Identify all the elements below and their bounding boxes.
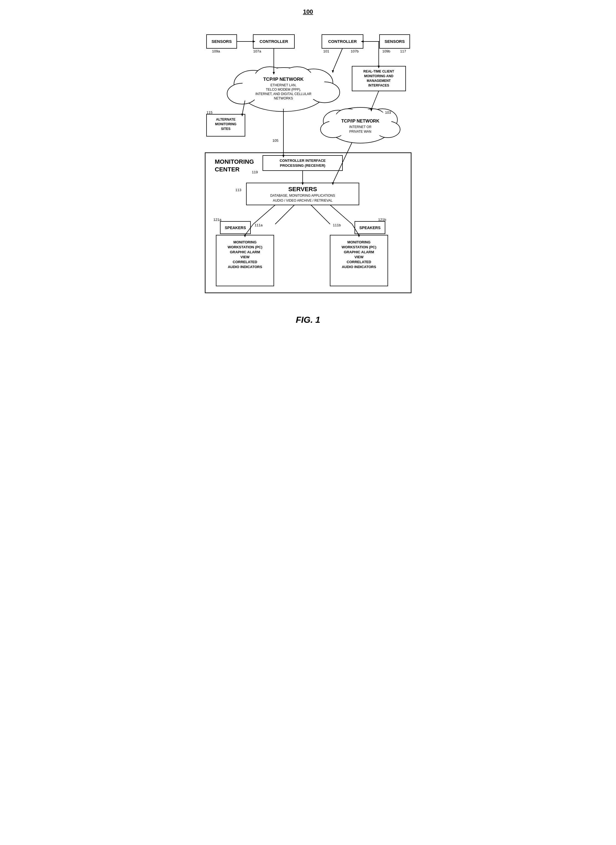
ref-119: 119 xyxy=(252,170,258,174)
diagram-title: 100 xyxy=(303,8,313,15)
controller-interface-line2: PROCESSING (RECEIVER) xyxy=(280,163,325,167)
svg-line-43 xyxy=(371,91,379,109)
ref-107b: 107b xyxy=(351,49,359,53)
workstation-a-line3: GRAPHIC ALARM xyxy=(230,250,260,254)
tcpip-main-sub2: TELCO MODEM (PPP), xyxy=(265,88,301,91)
controller-a-label: CONTROLLER xyxy=(259,39,288,44)
tcpip-main-sub4: NETWORKS xyxy=(274,97,293,100)
servers-sub1: DATABASE, MONITORING APPLICATIONS xyxy=(270,194,335,198)
tcpip-main-sub3: INTERNET, AND DIGITAL CELLULAR xyxy=(255,92,311,96)
main-diagram: SENSORS 109a CONTROLLER 107a CONTROLLER … xyxy=(198,23,418,304)
svg-line-22 xyxy=(333,48,342,71)
workstation-b-line1: MONITORING xyxy=(347,240,370,244)
monitoring-center-title1: MONITORING xyxy=(215,158,254,165)
svg-rect-46 xyxy=(263,156,342,170)
alternate-monitoring-line2: MONITORING xyxy=(215,122,236,126)
tcpip-internet-sub1: INTERNET OR xyxy=(349,125,371,129)
ref-113: 113 xyxy=(235,188,241,192)
ref-107a: 107a xyxy=(253,49,261,53)
sensors-a-label: SENSORS xyxy=(211,39,232,44)
real-time-client-line4: INTERFACES xyxy=(368,84,389,87)
alternate-monitoring-line1: ALTERNATE xyxy=(216,117,235,122)
sensors-b-label: SENSORS xyxy=(384,39,405,44)
workstation-b-line4: VIEW xyxy=(354,255,364,259)
ref-117: 117 xyxy=(400,49,406,53)
workstation-a-line2: WORKSTATION (PC) xyxy=(227,245,262,249)
speakers-a-label: SPEAKERS xyxy=(224,226,246,230)
workstation-a-line5: CORRELATED xyxy=(233,260,257,264)
tcpip-main-title: TCP/IP NETWORK xyxy=(263,77,304,82)
ref-111a: 111a xyxy=(255,223,263,227)
monitoring-center-title2: CENTER xyxy=(215,166,240,173)
ref-109a: 109a xyxy=(212,49,220,53)
workstation-b-line5: CORRELATED xyxy=(346,260,371,264)
ref-105: 105 xyxy=(273,138,279,142)
ref-121a: 121a xyxy=(213,217,221,222)
workstation-b-line6: AUDIO INDICATORS xyxy=(342,265,376,269)
workstation-a-line4: VIEW xyxy=(240,255,249,259)
diagram-wrapper: 100 SENSORS 109a CONTROLLER 107a CONTROL… xyxy=(198,8,418,325)
ref-111b: 111b xyxy=(333,223,341,227)
svg-marker-23 xyxy=(332,70,334,73)
alternate-monitoring-line3: SITES xyxy=(221,127,230,131)
ref-101: 101 xyxy=(323,49,329,53)
controller-interface-line1: CONTROLLER INTERFACE xyxy=(280,158,326,163)
fig-label: FIG. 1 xyxy=(296,315,320,325)
real-time-client-line3: MANAGEMENT xyxy=(367,79,391,83)
ref-103: 103 xyxy=(385,110,391,114)
real-time-client-line2: MONITORING AND xyxy=(364,74,393,78)
workstation-a-line6: AUDIO INDICATORS xyxy=(228,265,262,269)
real-time-client-line1: REAL-TIME CLIENT xyxy=(363,69,395,73)
controller-b-label: CONTROLLER xyxy=(328,39,356,44)
ref-115: 115 xyxy=(207,110,213,114)
ref-109b: 109b xyxy=(382,49,390,53)
tcpip-main-sub1: ETHERNET LAN, xyxy=(270,83,296,87)
tcpip-internet-title: TCP/IP NETWORK xyxy=(341,119,379,123)
servers-title: SERVERS xyxy=(288,186,317,192)
ref-121b: 121b xyxy=(378,217,386,222)
speakers-b-label: SPEAKERS xyxy=(359,226,380,230)
servers-sub2: AUDIO / VIDEO ARCHIVE / RETRIEVAL xyxy=(273,199,332,202)
workstation-b-line2: WORKSTATION (PC) xyxy=(341,245,376,249)
workstation-b-line3: GRAPHIC ALARM xyxy=(343,250,374,254)
tcpip-internet-sub2: PRIVATE WAN xyxy=(349,130,371,133)
workstation-a-line1: MONITORING xyxy=(233,240,256,244)
